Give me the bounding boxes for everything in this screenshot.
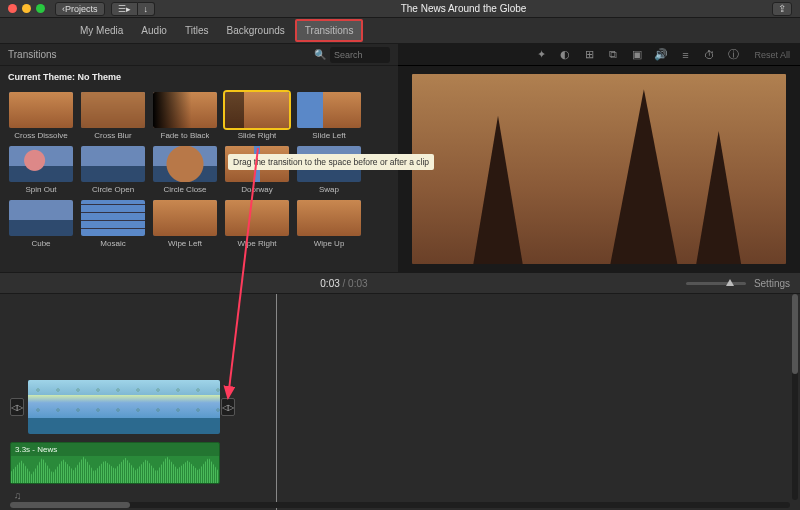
- playhead-time: 0:03 / 0:03: [320, 278, 367, 289]
- titlebar: ‹ Projects ☰▸ ↓ The News Around the Glob…: [0, 0, 800, 18]
- tab-transitions[interactable]: Transitions: [295, 19, 364, 42]
- transition-item[interactable]: Spin Out: [8, 146, 74, 194]
- window-controls: [8, 4, 45, 13]
- transition-item[interactable]: Cross Dissolve: [8, 92, 74, 140]
- search-input[interactable]: [330, 47, 390, 63]
- timeline[interactable]: ◁▷ ◁▷ 3.3s - News ♫: [0, 294, 800, 510]
- back-to-projects-button[interactable]: ‹ Projects: [55, 2, 105, 16]
- minimize-window-button[interactable]: [22, 4, 31, 13]
- transition-item[interactable]: Cross Blur: [80, 92, 146, 140]
- transition-item[interactable]: Wipe Up: [296, 200, 362, 248]
- drag-tooltip: Drag the transition to the space before …: [228, 154, 434, 170]
- color-balance-icon[interactable]: ◐: [558, 48, 572, 62]
- tab-my-media[interactable]: My Media: [72, 21, 131, 40]
- music-track-icon: ♫: [14, 490, 22, 501]
- zoom-window-button[interactable]: [36, 4, 45, 13]
- preview-pane: ✦ ◐ ⊞ ⧉ ▣ 🔊 ≡ ⏱ ⓘ Reset All: [398, 44, 800, 272]
- noise-icon[interactable]: ≡: [678, 48, 692, 62]
- tab-titles[interactable]: Titles: [177, 21, 217, 40]
- time-bar: 0:03 / 0:03 Settings: [0, 272, 800, 294]
- project-title: The News Around the Globe: [155, 3, 772, 14]
- transition-item[interactable]: Wipe Right: [224, 200, 290, 248]
- audio-waveform: [11, 455, 219, 483]
- zoom-slider[interactable]: [686, 282, 746, 285]
- tab-audio[interactable]: Audio: [133, 21, 175, 40]
- transition-item[interactable]: Fade to Black: [152, 92, 218, 140]
- transition-handle-right[interactable]: ◁▷: [221, 398, 235, 416]
- speed-icon[interactable]: ⏱: [702, 48, 716, 62]
- transition-item[interactable]: Cube: [8, 200, 74, 248]
- media-tabs: My Media Audio Titles Backgrounds Transi…: [0, 18, 800, 44]
- transitions-grid: Cross Dissolve Cross Blur Fade to Black …: [0, 88, 398, 252]
- theme-value: No Theme: [78, 72, 122, 82]
- playhead[interactable]: [276, 294, 277, 510]
- info-icon[interactable]: ⓘ: [726, 48, 740, 62]
- color-correction-icon[interactable]: ⊞: [582, 48, 596, 62]
- theme-prefix: Current Theme:: [8, 72, 75, 82]
- transition-item[interactable]: Circle Close: [152, 146, 218, 194]
- transition-item[interactable]: Slide Right: [224, 92, 290, 140]
- crop-icon[interactable]: ⧉: [606, 48, 620, 62]
- close-window-button[interactable]: [8, 4, 17, 13]
- search-wrap: 🔍: [57, 47, 390, 63]
- share-button[interactable]: ⇪: [772, 2, 792, 16]
- viewer-toolbar: ✦ ◐ ⊞ ⧉ ▣ 🔊 ≡ ⏱ ⓘ Reset All: [398, 44, 800, 66]
- audio-clip[interactable]: 3.3s - News: [10, 442, 220, 484]
- transition-item[interactable]: Circle Open: [80, 146, 146, 194]
- video-preview[interactable]: [412, 74, 786, 264]
- timeline-scrollbar-v[interactable]: [792, 294, 798, 500]
- timeline-scrollbar-h[interactable]: [10, 502, 790, 508]
- settings-button[interactable]: Settings: [754, 278, 790, 289]
- volume-icon[interactable]: 🔊: [654, 48, 668, 62]
- stabilize-icon[interactable]: ▣: [630, 48, 644, 62]
- video-clip[interactable]: [28, 380, 220, 434]
- transition-item[interactable]: Slide Left: [296, 92, 362, 140]
- toolbar-segment: ☰▸ ↓: [111, 2, 156, 16]
- transition-item[interactable]: Mosaic: [80, 200, 146, 248]
- library-list-button[interactable]: ☰▸: [111, 2, 138, 16]
- browser-title: Transitions: [8, 49, 57, 60]
- import-button[interactable]: ↓: [138, 2, 156, 16]
- transition-handle-left[interactable]: ◁▷: [10, 398, 24, 416]
- theme-row: Current Theme: No Theme: [0, 66, 398, 88]
- reset-all-button[interactable]: Reset All: [754, 50, 790, 60]
- search-icon: 🔍: [314, 49, 326, 60]
- wand-icon[interactable]: ✦: [534, 48, 548, 62]
- transition-item[interactable]: Wipe Left: [152, 200, 218, 248]
- tab-backgrounds[interactable]: Backgrounds: [218, 21, 292, 40]
- back-label: Projects: [65, 4, 98, 14]
